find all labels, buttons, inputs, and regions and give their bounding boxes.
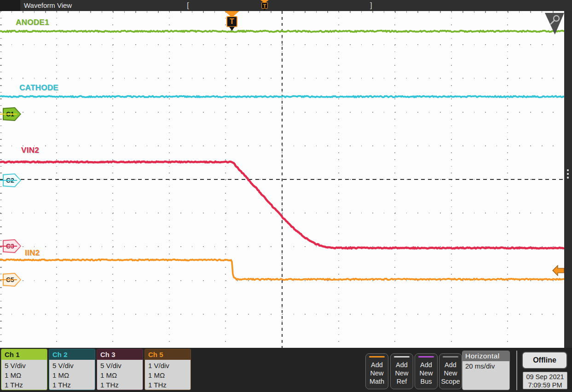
ch2-scale: 5 V/div bbox=[52, 361, 95, 370]
datetime-display[interactable]: 09 Sep 2021 7:09:59 PM bbox=[523, 372, 567, 389]
horizontal-badge[interactable]: Horizontal 20 ms/div bbox=[462, 351, 510, 390]
offline-status-button[interactable]: Offline bbox=[522, 352, 567, 369]
ch1-bandwidth: 1 THz bbox=[5, 380, 47, 390]
math-accent-line bbox=[369, 356, 385, 357]
trigger-position-minimap-marker[interactable]: T bbox=[260, 0, 270, 11]
trigger-marker-tail bbox=[229, 27, 235, 31]
add-new-ref-button[interactable]: Add New Ref bbox=[390, 353, 413, 389]
ch2-bandwidth: 1 THz bbox=[52, 380, 95, 390]
cathode-trace bbox=[0, 96, 564, 98]
right-panel-strip bbox=[564, 11, 572, 348]
ch1-badge-title: Ch 1 bbox=[1, 349, 47, 360]
channel-badge-ch3[interactable]: Ch 3 5 V/div 1 MΩ 1 THz bbox=[97, 349, 143, 390]
channel-badge-ch2[interactable]: Ch 2 5 V/div 1 MΩ 1 THz bbox=[49, 349, 95, 390]
trace-label-iin2: IIN2 bbox=[25, 248, 40, 258]
iin2-trace bbox=[0, 259, 564, 280]
trigger-position-marker[interactable]: T bbox=[224, 11, 240, 32]
ch5-bandwidth: 1 THz bbox=[148, 380, 191, 390]
ch1-impedance: 1 MΩ bbox=[5, 370, 47, 380]
ref-accent-line bbox=[394, 356, 410, 357]
waveform-traces bbox=[0, 11, 564, 348]
channel-badge-ch1[interactable]: Ch 1 5 V/div 1 MΩ 1 THz bbox=[1, 349, 47, 390]
ch5-scale: 1 V/div bbox=[148, 361, 191, 370]
zoom-window-left-bracket: [ bbox=[187, 0, 189, 11]
view-title: Waveform View bbox=[24, 0, 72, 11]
anode1-trace bbox=[0, 30, 564, 32]
add-new-bus-button[interactable]: Add New Bus bbox=[415, 353, 438, 389]
zoom-window-right-bracket: ] bbox=[370, 0, 372, 11]
horizontal-scale: 20 ms/div bbox=[462, 361, 509, 390]
c1-reference-line bbox=[0, 114, 17, 115]
ch2-impedance: 1 MΩ bbox=[52, 370, 95, 380]
c3-reference-line bbox=[0, 246, 17, 247]
add-new-math-button[interactable]: Add New Math bbox=[365, 353, 388, 389]
ch1-scale: 5 V/div bbox=[5, 361, 47, 370]
waveform-graticule: ANODE1 CATHODE VIN2 IIN2 C1 C2 C3 C5 bbox=[0, 11, 564, 348]
trigger-marker-tail bbox=[263, 9, 266, 11]
date-text: 09 Sep 2021 bbox=[523, 373, 567, 381]
titlebar-corner bbox=[0, 0, 20, 11]
ch5-badge-title: Ch 5 bbox=[145, 349, 191, 360]
horizontal-badge-title: Horizontal bbox=[462, 351, 509, 361]
title-bar: Waveform View [ ] T bbox=[0, 0, 572, 11]
ch3-bandwidth: 1 THz bbox=[100, 380, 143, 390]
time-text: 7:09:59 PM bbox=[523, 381, 567, 389]
channel-badge-ch5[interactable]: Ch 5 1 V/div 1 MΩ 1 THz bbox=[144, 349, 191, 390]
trigger-t-icon: T bbox=[226, 16, 237, 27]
trace-label-anode1: ANODE1 bbox=[16, 18, 49, 27]
oscilloscope-app: Waveform View [ ] T ANODE1 CATHODE VIN2 … bbox=[0, 0, 572, 392]
bus-accent-line bbox=[418, 356, 434, 357]
trigger-t-icon: T bbox=[261, 2, 268, 9]
panel-drag-handle[interactable] bbox=[567, 169, 569, 180]
trace-label-vin2: VIN2 bbox=[21, 146, 39, 155]
add-new-scope-button[interactable]: Add New Scope bbox=[439, 353, 462, 389]
vin2-trace bbox=[0, 161, 564, 248]
c2-reference-line bbox=[0, 180, 17, 181]
ch3-impedance: 1 MΩ bbox=[100, 370, 143, 380]
badge-bar: Ch 1 5 V/div 1 MΩ 1 THz Ch 2 5 V/div 1 M… bbox=[0, 348, 572, 392]
ch3-scale: 5 V/div bbox=[100, 361, 143, 370]
ch2-badge-title: Ch 2 bbox=[49, 349, 95, 360]
scope-accent-line bbox=[443, 356, 458, 357]
ch3-badge-title: Ch 3 bbox=[97, 349, 143, 360]
trigger-level-arrow[interactable] bbox=[552, 264, 564, 277]
badge-bar-divider bbox=[516, 351, 517, 390]
ch5-impedance: 1 MΩ bbox=[148, 370, 191, 380]
trace-label-cathode: CATHODE bbox=[19, 83, 58, 92]
c5-reference-line bbox=[0, 279, 17, 280]
